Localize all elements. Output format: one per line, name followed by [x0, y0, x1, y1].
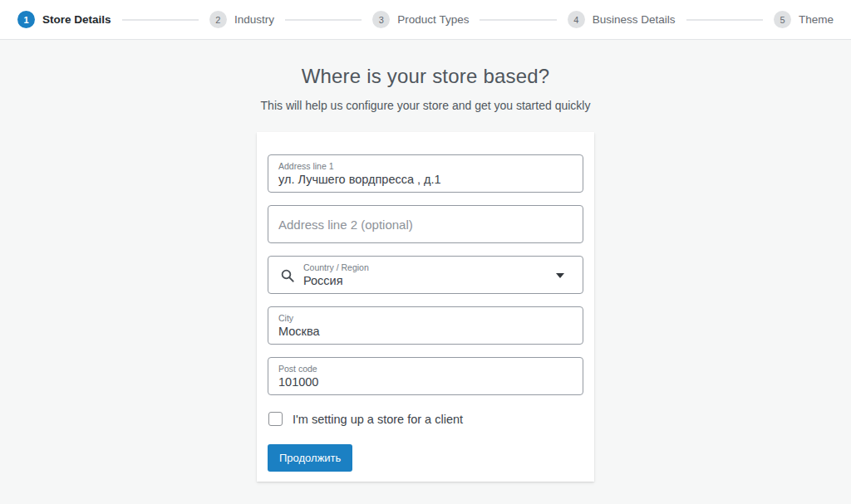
- step-label: Business Details: [593, 13, 676, 26]
- step-connector: [686, 19, 763, 21]
- chevron-down-icon[interactable]: [556, 273, 564, 278]
- country-region-label: Country / Region: [303, 262, 556, 273]
- search-icon: [280, 268, 295, 283]
- client-store-checkbox[interactable]: [268, 412, 283, 426]
- step-label: Industry: [234, 13, 274, 26]
- step-label: Product Types: [397, 13, 469, 26]
- country-region-value: Россия: [303, 273, 556, 289]
- step-number-badge: 3: [372, 11, 390, 28]
- address-line-1-input[interactable]: [278, 172, 573, 188]
- step-connector: [122, 19, 199, 21]
- city-label: City: [278, 313, 573, 324]
- city-input[interactable]: [278, 324, 573, 340]
- client-store-checkbox-label[interactable]: I'm setting up a store for a client: [293, 413, 463, 426]
- post-code-field[interactable]: Post code: [268, 357, 583, 395]
- step-label: Store Details: [42, 13, 111, 26]
- stepper-step-product-types[interactable]: 3 Product Types: [372, 11, 469, 28]
- step-label: Theme: [799, 13, 834, 26]
- stepper-step-theme[interactable]: 5 Theme: [774, 11, 834, 28]
- stepper-step-store-details[interactable]: 1 Store Details: [17, 11, 111, 28]
- setup-wizard-stepper: 1 Store Details 2 Industry 3 Product Typ…: [0, 0, 851, 40]
- step-number-badge: 5: [774, 11, 791, 28]
- city-field[interactable]: City: [268, 306, 583, 345]
- page-title: Where is your store based?: [0, 65, 851, 88]
- step-number-badge: 2: [209, 11, 227, 28]
- step-connector: [285, 19, 362, 21]
- step-connector: [480, 19, 556, 21]
- continue-button[interactable]: Продолжить: [268, 444, 352, 472]
- step-number-badge: 4: [568, 11, 585, 28]
- post-code-label: Post code: [278, 364, 573, 374]
- country-region-select[interactable]: Country / Region Россия: [268, 256, 583, 294]
- post-code-input[interactable]: [278, 374, 573, 390]
- address-line-1-label: Address line 1: [278, 161, 573, 172]
- address-line-2-input[interactable]: [278, 217, 573, 232]
- stepper-step-business-details[interactable]: 4 Business Details: [568, 11, 676, 28]
- page-subtitle: This will help us configure your store a…: [0, 99, 851, 112]
- step-number-badge: 1: [17, 11, 35, 28]
- address-line-1-field[interactable]: Address line 1: [268, 154, 583, 193]
- client-store-checkbox-row: I'm setting up a store for a client: [268, 412, 583, 426]
- stepper-step-industry[interactable]: 2 Industry: [209, 11, 274, 28]
- store-address-card: Address line 1 Country / Region Россия C…: [257, 132, 594, 482]
- address-line-2-field[interactable]: [268, 205, 583, 243]
